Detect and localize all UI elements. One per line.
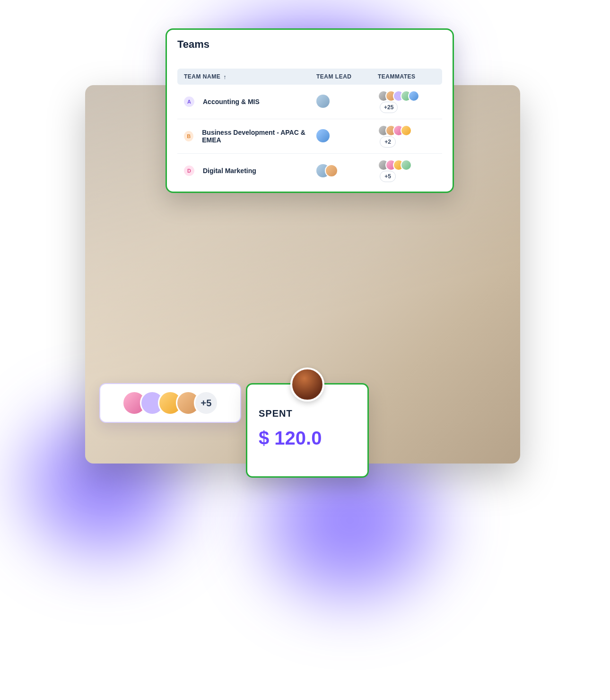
teams-card: Teams TEAM NAME ↑ TEAM LEAD TEAMMATES A …: [166, 28, 454, 193]
team-name: Digital Marketing: [203, 167, 256, 175]
teammate-avatars: [378, 125, 436, 136]
spent-card: SPENT $ 120.0: [246, 383, 369, 478]
teammate-overflow-count[interactable]: +5: [380, 171, 396, 182]
table-row[interactable]: A Accounting & MIS +25: [177, 85, 442, 119]
team-badge: A: [184, 96, 194, 107]
table-row[interactable]: D Digital Marketing +5: [177, 154, 442, 188]
avatar: [401, 159, 412, 171]
teammate-overflow-count[interactable]: +25: [380, 102, 398, 113]
avatar: [408, 90, 419, 102]
team-name: Business Development - APAC & EMEA: [202, 129, 316, 144]
teams-table-header: TEAM NAME ↑ TEAM LEAD TEAMMATES: [177, 69, 442, 85]
teammate-overflow-count[interactable]: +2: [380, 136, 396, 148]
table-row[interactable]: B Business Development - APAC & EMEA +2: [177, 119, 442, 154]
avatar: [316, 129, 330, 142]
avatar-overflow-count[interactable]: +5: [194, 391, 218, 415]
teams-title: Teams: [177, 38, 442, 51]
col-mates-label: TEAMMATES: [378, 73, 416, 80]
column-team-lead[interactable]: TEAM LEAD: [316, 73, 378, 80]
col-lead-label: TEAM LEAD: [316, 73, 352, 80]
sort-ascending-icon: ↑: [223, 74, 227, 80]
team-badge: B: [184, 131, 193, 141]
avatar: [401, 125, 412, 136]
team-badge: D: [184, 166, 194, 176]
column-team-name[interactable]: TEAM NAME ↑: [184, 73, 316, 80]
spent-card-avatar: [290, 368, 324, 402]
teammate-avatars: [378, 159, 436, 171]
col-name-label: TEAM NAME: [184, 73, 220, 80]
avatar: [316, 95, 330, 108]
stage: Teams TEAM NAME ↑ TEAM LEAD TEAMMATES A …: [0, 0, 610, 700]
column-teammates[interactable]: TEAMMATES: [378, 73, 436, 80]
spent-label: SPENT: [259, 408, 356, 419]
spent-value: $ 120.0: [259, 428, 356, 449]
team-lead-pair: [316, 164, 378, 177]
teammate-avatars: [378, 90, 436, 102]
avatar-strip: +5: [99, 383, 241, 423]
team-name: Accounting & MIS: [203, 98, 260, 105]
avatar: [325, 164, 338, 177]
